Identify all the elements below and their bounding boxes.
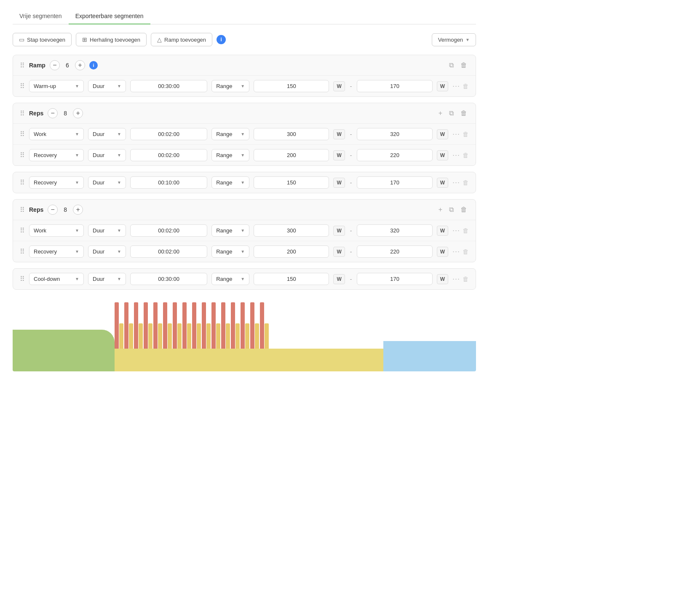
row-drag-handle-icon[interactable]: ⠿ [20,248,25,256]
val1-input-work-reps1[interactable] [254,128,329,140]
duration-select-cooldown[interactable]: Duur ▼ [88,273,126,285]
time-input-cooldown[interactable] [130,273,207,285]
drag-handle-icon[interactable]: ⠿ [20,206,25,214]
val1-input-warmup[interactable] [254,80,329,92]
cooldown-delete-button[interactable]: 🗑 [463,275,469,283]
type-select-recovery-reps2[interactable]: Recovery ▼ [29,245,84,258]
val2-input-warmup[interactable] [357,80,432,92]
row-drag-handle-icon[interactable]: ⠿ [20,179,25,187]
chart-bar-work [144,302,148,349]
warmup-delete-button[interactable]: 🗑 [463,83,469,90]
range-select-recovery-reps2[interactable]: Range ▼ [211,245,249,258]
chart-bar-work [134,302,138,349]
row-drag-handle-icon[interactable]: ⠿ [20,82,25,90]
type-select-work-reps1[interactable]: Work ▼ [29,128,84,140]
type-select-work-reps2[interactable]: Work ▼ [29,224,84,237]
tab-exporteerbare[interactable]: Exporteerbare segmenten [69,8,150,24]
time-input-warmup[interactable] [130,80,207,92]
val2-input-cooldown[interactable] [357,273,432,285]
ramp-decrement-button[interactable]: − [50,60,60,70]
ramp-increment-button[interactable]: + [75,60,85,70]
row-drag-handle-icon[interactable]: ⠿ [20,227,25,235]
reps2-increment-button[interactable]: + [73,205,83,215]
reps2-add-button[interactable]: + [437,205,444,214]
recovery-reps2-row-actions: ··· 🗑 [452,247,469,256]
work-reps2-delete-button[interactable]: 🗑 [463,227,469,234]
time-input-work-reps2[interactable] [130,224,207,237]
warmup-row-actions: ··· 🗑 [452,82,469,91]
type-select-warmup[interactable]: Warm-up ▼ [29,80,84,92]
tab-vrije[interactable]: Vrije segmenten [13,8,69,24]
recovery-reps1-more-button[interactable]: ··· [452,151,460,160]
chevron-down-icon: ▼ [75,180,79,185]
chart-bar-work [250,302,254,349]
chart-bar-recovery [255,323,259,349]
val2-input-standalone-recovery[interactable] [357,176,432,189]
range-select-standalone-recovery[interactable]: Range ▼ [211,176,249,189]
toolbar-info-badge[interactable]: i [217,35,226,44]
reps1-copy-button[interactable]: ⧉ [447,109,455,118]
cooldown-more-button[interactable]: ··· [452,275,460,283]
type-select-standalone-recovery[interactable]: Recovery ▼ [29,176,84,189]
reps2-copy-button[interactable]: ⧉ [447,205,455,214]
row-drag-handle-icon[interactable]: ⠿ [20,275,25,283]
time-input-work-reps1[interactable] [130,128,207,140]
duration-select-work-reps1[interactable]: Duur ▼ [88,128,126,140]
range-select-work-reps2[interactable]: Range ▼ [211,224,249,237]
row-drag-handle-icon[interactable]: ⠿ [20,151,25,159]
val2-input-work-reps2[interactable] [357,224,432,237]
recovery-reps2-delete-button[interactable]: 🗑 [463,248,469,255]
val1-input-standalone-recovery[interactable] [254,176,329,189]
range-select-work-reps1[interactable]: Range ▼ [211,128,249,140]
time-input-standalone-recovery[interactable] [130,176,207,189]
type-select-cooldown[interactable]: Cool-down ▼ [29,273,84,285]
val2-input-recovery-reps2[interactable] [357,245,432,258]
standalone-recovery-delete-button[interactable]: 🗑 [463,179,469,186]
val1-input-cooldown[interactable] [254,273,329,285]
herhaling-toevoegen-button[interactable]: ⊞ Herhaling toevoegen [76,33,147,46]
reps1-add-button[interactable]: + [437,109,444,118]
work-reps1-delete-button[interactable]: 🗑 [463,131,469,138]
reps1-decrement-button[interactable]: − [48,108,58,118]
chart-bar-group [211,302,220,349]
duration-select-work-reps2[interactable]: Duur ▼ [88,224,126,237]
vermogen-dropdown[interactable]: Vermogen ▼ [432,33,476,46]
standalone-recovery-more-button[interactable]: ··· [452,178,460,187]
reps1-delete-button[interactable]: 🗑 [459,109,469,118]
range-select-cooldown[interactable]: Range ▼ [211,273,249,285]
reps2-decrement-button[interactable]: − [48,205,58,215]
reps2-delete-button[interactable]: 🗑 [459,205,469,214]
val2-input-work-reps1[interactable] [357,128,432,140]
drag-handle-icon[interactable]: ⠿ [20,61,25,69]
stap-icon: ▭ [19,36,24,43]
duration-select-recovery-reps1[interactable]: Duur ▼ [88,149,126,161]
row-drag-handle-icon[interactable]: ⠿ [20,130,25,138]
duration-select-recovery-reps2[interactable]: Duur ▼ [88,245,126,258]
ramp-copy-button[interactable]: ⧉ [447,61,455,70]
ramp-icon: △ [157,36,162,43]
val1-input-recovery-reps1[interactable] [254,149,329,161]
work-reps1-more-button[interactable]: ··· [452,130,460,139]
chevron-down-icon: ▼ [117,249,121,254]
duration-select-standalone-recovery[interactable]: Duur ▼ [88,176,126,189]
val1-input-work-reps2[interactable] [254,224,329,237]
ramp-delete-button[interactable]: 🗑 [459,61,469,70]
range-select-warmup[interactable]: Range ▼ [211,80,249,92]
ramp-info-badge[interactable]: i [89,61,98,69]
stap-toevoegen-button[interactable]: ▭ Stap toevoegen [13,33,72,46]
duration-select-warmup[interactable]: Duur ▼ [88,80,126,92]
val2-input-recovery-reps1[interactable] [357,149,432,161]
time-input-recovery-reps2[interactable] [130,245,207,258]
ramp-header-actions: ⧉ 🗑 [447,61,469,70]
val1-input-recovery-reps2[interactable] [254,245,329,258]
reps1-increment-button[interactable]: + [73,108,83,118]
drag-handle-icon[interactable]: ⠿ [20,109,25,117]
recovery-reps2-more-button[interactable]: ··· [452,247,460,256]
range-select-recovery-reps1[interactable]: Range ▼ [211,149,249,161]
work-reps2-more-button[interactable]: ··· [452,226,460,235]
ramp-toevoegen-button[interactable]: △ Ramp toevoegen [151,33,212,46]
time-input-recovery-reps1[interactable] [130,149,207,161]
warmup-more-button[interactable]: ··· [452,82,460,91]
type-select-recovery-reps1[interactable]: Recovery ▼ [29,149,84,161]
recovery-reps1-delete-button[interactable]: 🗑 [463,152,469,159]
